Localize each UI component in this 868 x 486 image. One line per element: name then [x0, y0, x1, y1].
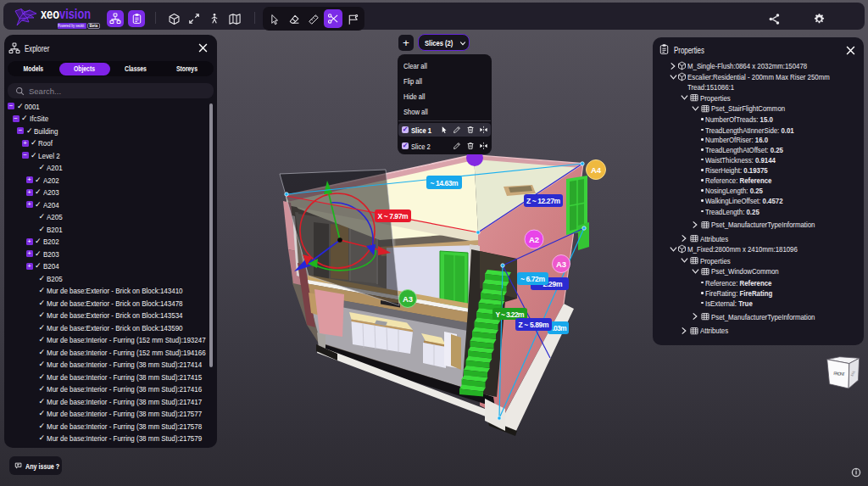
svg-text:Z ~ 5.89m: Z ~ 5.89m	[519, 321, 549, 329]
svg-text:A3: A3	[556, 260, 566, 269]
svg-text:~ 14.63m: ~ 14.63m	[431, 179, 459, 187]
svg-text:.03m: .03m	[553, 324, 567, 332]
svg-text:Y ~ 3.22m: Y ~ 3.22m	[496, 310, 525, 319]
svg-text:FRONT: FRONT	[833, 371, 846, 377]
svg-text:Z ~ 12.27m: Z ~ 12.27m	[526, 197, 560, 205]
svg-text:~ 6.72m: ~ 6.72m	[520, 275, 545, 283]
svg-text:X ~ 7.97m: X ~ 7.97m	[378, 212, 409, 221]
svg-text:A3: A3	[403, 294, 413, 304]
svg-text:A2: A2	[529, 235, 539, 244]
svg-text:A4: A4	[591, 165, 602, 175]
